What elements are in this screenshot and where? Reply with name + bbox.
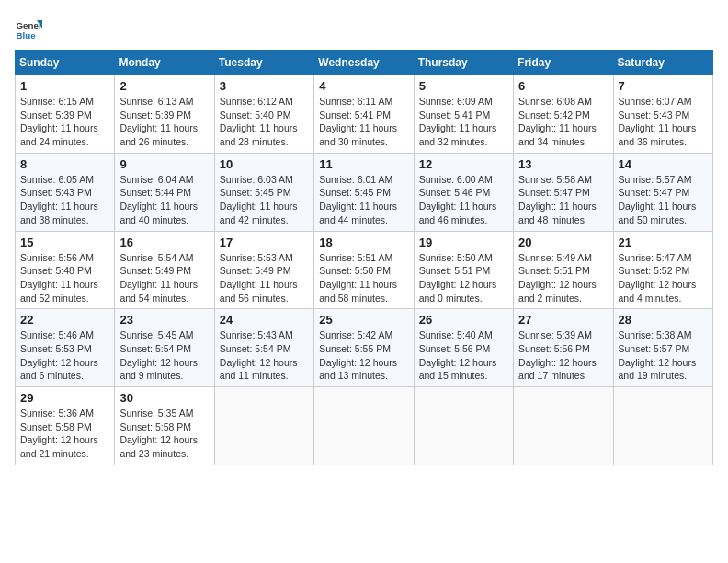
day-number: 16 (119, 236, 209, 249)
calendar-cell: 29 Sunrise: 5:36 AMSunset: 5:58 PMDaylig… (16, 387, 115, 465)
calendar-cell: 15 Sunrise: 5:56 AMSunset: 5:48 PMDaylig… (16, 231, 115, 309)
day-info: Sunrise: 6:07 AMSunset: 5:43 PMDaylight:… (619, 96, 697, 147)
day-number: 3 (220, 79, 309, 93)
day-info: Sunrise: 6:03 AMSunset: 5:45 PMDaylight:… (220, 174, 298, 225)
logo: General Blue (15, 15, 42, 42)
day-info: Sunrise: 5:58 AMSunset: 5:47 PMDaylight:… (518, 174, 597, 225)
day-info: Sunrise: 5:57 AMSunset: 5:47 PMDaylight:… (619, 174, 697, 225)
calendar-cell: 18 Sunrise: 5:51 AMSunset: 5:50 PMDaylig… (314, 231, 414, 309)
day-info: Sunrise: 5:38 AMSunset: 5:57 PMDaylight:… (619, 329, 697, 381)
calendar-cell (514, 387, 613, 465)
day-info: Sunrise: 5:45 AMSunset: 5:54 PMDaylight:… (119, 329, 198, 381)
calendar-cell: 30 Sunrise: 5:35 AMSunset: 5:58 PMDaylig… (115, 387, 214, 465)
calendar-week-1: 1 Sunrise: 6:15 AMSunset: 5:39 PMDayligh… (16, 75, 713, 154)
calendar-cell: 1 Sunrise: 6:15 AMSunset: 5:39 PMDayligh… (16, 75, 115, 154)
calendar-cell: 8 Sunrise: 6:05 AMSunset: 5:43 PMDayligh… (16, 153, 115, 231)
calendar-week-2: 8 Sunrise: 6:05 AMSunset: 5:43 PMDayligh… (16, 153, 713, 231)
calendar-cell: 28 Sunrise: 5:38 AMSunset: 5:57 PMDaylig… (613, 309, 712, 387)
column-header-monday: Monday (115, 51, 214, 75)
day-info: Sunrise: 6:13 AMSunset: 5:39 PMDaylight:… (119, 96, 198, 147)
calendar-cell: 7 Sunrise: 6:07 AMSunset: 5:43 PMDayligh… (613, 75, 712, 154)
day-info: Sunrise: 6:08 AMSunset: 5:42 PMDaylight:… (518, 96, 597, 147)
calendar-cell: 11 Sunrise: 6:01 AMSunset: 5:45 PMDaylig… (314, 153, 414, 231)
calendar-cell: 5 Sunrise: 6:09 AMSunset: 5:41 PMDayligh… (414, 75, 513, 154)
day-info: Sunrise: 5:54 AMSunset: 5:49 PMDaylight:… (119, 252, 198, 304)
calendar-cell: 19 Sunrise: 5:50 AMSunset: 5:51 PMDaylig… (414, 231, 513, 309)
day-number: 22 (20, 313, 109, 327)
column-header-sunday: Sunday (16, 51, 115, 75)
day-info: Sunrise: 6:01 AMSunset: 5:45 PMDaylight:… (319, 174, 397, 225)
day-number: 27 (518, 313, 608, 327)
day-number: 18 (319, 236, 408, 249)
calendar-cell: 12 Sunrise: 6:00 AMSunset: 5:46 PMDaylig… (414, 153, 513, 231)
calendar-cell: 20 Sunrise: 5:49 AMSunset: 5:51 PMDaylig… (514, 231, 613, 309)
calendar-cell: 27 Sunrise: 5:39 AMSunset: 5:56 PMDaylig… (514, 309, 613, 387)
column-header-saturday: Saturday (613, 51, 712, 75)
day-number: 5 (419, 79, 508, 93)
day-info: Sunrise: 5:35 AMSunset: 5:58 PMDaylight:… (119, 408, 198, 459)
column-header-friday: Friday (514, 51, 613, 75)
calendar-cell: 4 Sunrise: 6:11 AMSunset: 5:41 PMDayligh… (314, 75, 414, 154)
day-number: 14 (619, 157, 708, 171)
day-number: 7 (619, 79, 708, 93)
day-number: 10 (220, 157, 309, 171)
calendar-cell: 25 Sunrise: 5:42 AMSunset: 5:55 PMDaylig… (314, 309, 414, 387)
day-info: Sunrise: 5:50 AMSunset: 5:51 PMDaylight:… (419, 252, 497, 304)
calendar-cell (414, 387, 513, 465)
day-info: Sunrise: 6:15 AMSunset: 5:39 PMDaylight:… (20, 96, 98, 147)
calendar-cell: 3 Sunrise: 6:12 AMSunset: 5:40 PMDayligh… (214, 75, 313, 154)
day-info: Sunrise: 5:42 AMSunset: 5:55 PMDaylight:… (319, 329, 397, 381)
calendar-table: SundayMondayTuesdayWednesdayThursdayFrid… (15, 50, 713, 465)
day-info: Sunrise: 5:53 AMSunset: 5:49 PMDaylight:… (220, 252, 298, 304)
logo-icon: General Blue (15, 15, 42, 42)
day-info: Sunrise: 5:51 AMSunset: 5:50 PMDaylight:… (319, 252, 397, 304)
day-number: 17 (220, 236, 309, 249)
day-number: 28 (619, 313, 708, 327)
page-header: General Blue (15, 15, 713, 42)
day-number: 24 (220, 313, 309, 327)
day-info: Sunrise: 5:40 AMSunset: 5:56 PMDaylight:… (419, 329, 497, 381)
day-info: Sunrise: 6:04 AMSunset: 5:44 PMDaylight:… (119, 174, 198, 225)
calendar-cell: 9 Sunrise: 6:04 AMSunset: 5:44 PMDayligh… (115, 153, 214, 231)
day-info: Sunrise: 5:47 AMSunset: 5:52 PMDaylight:… (619, 252, 697, 304)
calendar-header-row: SundayMondayTuesdayWednesdayThursdayFrid… (16, 51, 713, 75)
calendar-cell: 14 Sunrise: 5:57 AMSunset: 5:47 PMDaylig… (613, 153, 712, 231)
day-number: 23 (119, 313, 209, 327)
calendar-cell: 13 Sunrise: 5:58 AMSunset: 5:47 PMDaylig… (514, 153, 613, 231)
calendar-cell (214, 387, 313, 465)
calendar-cell (613, 387, 712, 465)
day-number: 11 (319, 157, 408, 171)
column-header-wednesday: Wednesday (314, 51, 414, 75)
calendar-cell: 2 Sunrise: 6:13 AMSunset: 5:39 PMDayligh… (115, 75, 214, 154)
day-info: Sunrise: 6:12 AMSunset: 5:40 PMDaylight:… (220, 96, 298, 147)
day-number: 6 (518, 79, 608, 93)
day-number: 30 (119, 391, 209, 405)
day-number: 4 (319, 79, 408, 93)
calendar-cell (314, 387, 414, 465)
calendar-cell: 22 Sunrise: 5:46 AMSunset: 5:53 PMDaylig… (16, 309, 115, 387)
day-number: 25 (319, 313, 408, 327)
day-number: 20 (518, 236, 608, 249)
day-number: 13 (518, 157, 608, 171)
day-info: Sunrise: 6:11 AMSunset: 5:41 PMDaylight:… (319, 96, 397, 147)
day-info: Sunrise: 5:43 AMSunset: 5:54 PMDaylight:… (220, 329, 298, 381)
calendar-cell: 16 Sunrise: 5:54 AMSunset: 5:49 PMDaylig… (115, 231, 214, 309)
day-info: Sunrise: 5:56 AMSunset: 5:48 PMDaylight:… (20, 252, 98, 304)
day-info: Sunrise: 6:05 AMSunset: 5:43 PMDaylight:… (20, 174, 98, 225)
day-info: Sunrise: 5:49 AMSunset: 5:51 PMDaylight:… (518, 252, 597, 304)
svg-text:Blue: Blue (17, 30, 37, 40)
day-number: 21 (619, 236, 708, 249)
calendar-cell: 21 Sunrise: 5:47 AMSunset: 5:52 PMDaylig… (613, 231, 712, 309)
day-number: 12 (419, 157, 508, 171)
day-number: 26 (419, 313, 508, 327)
day-number: 2 (119, 79, 209, 93)
calendar-cell: 6 Sunrise: 6:08 AMSunset: 5:42 PMDayligh… (514, 75, 613, 154)
column-header-tuesday: Tuesday (214, 51, 313, 75)
calendar-cell: 10 Sunrise: 6:03 AMSunset: 5:45 PMDaylig… (214, 153, 313, 231)
calendar-week-5: 29 Sunrise: 5:36 AMSunset: 5:58 PMDaylig… (16, 387, 713, 465)
calendar-cell: 26 Sunrise: 5:40 AMSunset: 5:56 PMDaylig… (414, 309, 513, 387)
calendar-cell: 24 Sunrise: 5:43 AMSunset: 5:54 PMDaylig… (214, 309, 313, 387)
day-number: 8 (20, 157, 109, 171)
day-info: Sunrise: 5:39 AMSunset: 5:56 PMDaylight:… (518, 329, 597, 381)
calendar-cell: 17 Sunrise: 5:53 AMSunset: 5:49 PMDaylig… (214, 231, 313, 309)
